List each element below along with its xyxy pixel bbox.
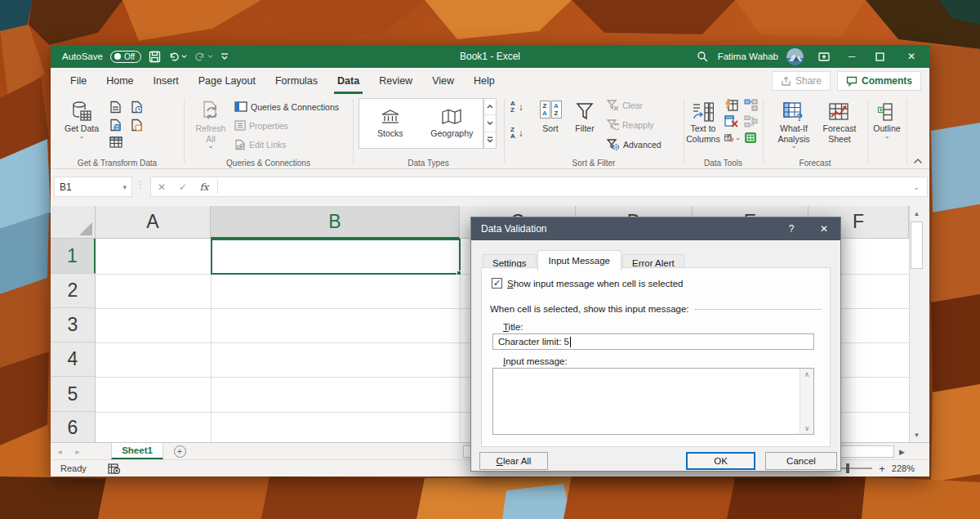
- show-input-message-checkbox[interactable]: ✓: [492, 278, 502, 289]
- filter-button[interactable]: Filter: [569, 97, 600, 134]
- sort-descending-button[interactable]: ZA ↓: [510, 127, 523, 140]
- column-header-b[interactable]: B: [211, 206, 460, 239]
- reapply-button[interactable]: Reapply: [607, 119, 654, 131]
- autosave-toggle[interactable]: Off: [110, 51, 141, 63]
- fill-handle[interactable]: [457, 271, 461, 275]
- tab-page-layout[interactable]: Page Layout: [189, 68, 265, 94]
- avatar[interactable]: [786, 48, 804, 65]
- ok-button[interactable]: OK: [686, 452, 755, 470]
- expand-formula-bar-icon[interactable]: ⌄: [906, 183, 927, 191]
- tab-review[interactable]: Review: [369, 68, 422, 94]
- macro-record-icon[interactable]: [108, 463, 121, 474]
- relationships-icon[interactable]: [744, 115, 758, 128]
- close-button[interactable]: ✕: [893, 45, 929, 68]
- row-header-4[interactable]: 4: [51, 342, 96, 377]
- tab-formulas[interactable]: Formulas: [265, 68, 327, 94]
- outline-button[interactable]: Outline ⌄: [870, 97, 904, 139]
- text-to-columns-button[interactable]: Text to Columns: [685, 97, 721, 144]
- dialog-help-icon[interactable]: ?: [775, 217, 808, 240]
- tab-file[interactable]: File: [60, 68, 96, 94]
- manage-data-model-icon[interactable]: [744, 132, 757, 144]
- vertical-scrollbar[interactable]: ▲ ▼: [909, 206, 924, 442]
- forecast-sheet-button[interactable]: Forecast Sheet: [820, 97, 859, 144]
- from-text-icon[interactable]: [109, 101, 122, 114]
- name-box[interactable]: B1 ▾: [54, 177, 132, 197]
- scroll-right-icon[interactable]: ▶: [895, 443, 909, 460]
- get-data-button[interactable]: Get Data ⌄: [62, 97, 101, 139]
- undo-icon[interactable]: [168, 51, 180, 62]
- textarea-scroll-up-icon[interactable]: ∧: [800, 370, 813, 378]
- geography-button[interactable]: Geography: [421, 99, 483, 148]
- cancel-entry-icon[interactable]: ✕: [151, 181, 172, 193]
- remove-duplicates-icon[interactable]: [724, 115, 738, 128]
- sort-button[interactable]: ZA AZ Sort: [535, 97, 566, 134]
- insert-function-icon[interactable]: fx: [194, 181, 215, 193]
- next-sheet-icon[interactable]: ▸: [69, 443, 87, 459]
- from-web-icon[interactable]: [109, 119, 122, 132]
- flash-fill-icon[interactable]: [724, 99, 738, 111]
- textarea-scrollbar[interactable]: ∧ ∨: [800, 369, 813, 434]
- row-header-2[interactable]: 2: [51, 274, 96, 308]
- consolidate-icon[interactable]: [744, 99, 758, 111]
- dialog-close-icon[interactable]: ✕: [808, 217, 840, 240]
- title-field[interactable]: Character limit: 5: [492, 333, 814, 350]
- zoom-level[interactable]: 228%: [892, 463, 915, 473]
- row-header-1[interactable]: 1: [51, 239, 96, 274]
- tab-insert[interactable]: Insert: [144, 68, 189, 94]
- advanced-filter-button[interactable]: Advanced: [607, 139, 662, 150]
- sort-ascending-button[interactable]: AZ ↓: [510, 101, 523, 114]
- zoom-slider-handle[interactable]: [846, 463, 849, 473]
- stocks-button[interactable]: Stocks: [359, 99, 421, 148]
- data-validation-button[interactable]: ⌄: [724, 132, 741, 144]
- row-header-3[interactable]: 3: [51, 308, 96, 342]
- column-header-a[interactable]: A: [96, 206, 211, 239]
- queries-connections-button[interactable]: Queries & Connections: [234, 101, 339, 112]
- user-name[interactable]: Fatima Wahab: [718, 51, 778, 61]
- select-all-corner[interactable]: [51, 206, 96, 239]
- tab-help[interactable]: Help: [464, 68, 505, 94]
- sheet-tab-sheet1[interactable]: Sheet1: [111, 443, 163, 459]
- new-sheet-button[interactable]: +: [163, 443, 196, 459]
- confirm-entry-icon[interactable]: ✓: [172, 181, 194, 193]
- gallery-down-icon[interactable]: [484, 115, 496, 132]
- gallery-more-icon[interactable]: [484, 132, 496, 148]
- from-table-icon[interactable]: [109, 136, 122, 148]
- comments-button[interactable]: Comments: [837, 71, 921, 91]
- gallery-up-icon[interactable]: [484, 99, 496, 115]
- scroll-down-icon[interactable]: ▼: [910, 427, 924, 442]
- tab-home[interactable]: Home: [96, 68, 143, 94]
- collapse-ribbon-icon[interactable]: [913, 158, 923, 164]
- scroll-up-icon[interactable]: ▲: [910, 206, 924, 221]
- cancel-button[interactable]: Cancel: [765, 452, 837, 470]
- clear-filter-button[interactable]: Clear: [607, 100, 643, 111]
- vertical-scroll-thumb[interactable]: [911, 221, 923, 269]
- properties-button[interactable]: Properties: [234, 120, 288, 131]
- ribbon-display-options-icon[interactable]: [810, 45, 838, 68]
- what-if-analysis-button[interactable]: ? What-If Analysis ⌄: [773, 97, 815, 149]
- minimize-button[interactable]: ─: [838, 45, 866, 68]
- from-database-icon[interactable]: [131, 119, 143, 132]
- save-icon[interactable]: [149, 51, 161, 63]
- undo-chevron-icon[interactable]: [181, 54, 187, 59]
- previous-sheet-icon[interactable]: ◂: [51, 443, 69, 459]
- zoom-slider[interactable]: [840, 468, 872, 469]
- row-header-6[interactable]: 6: [51, 412, 96, 442]
- row-header-5[interactable]: 5: [51, 377, 96, 412]
- tab-view[interactable]: View: [422, 68, 464, 94]
- dialog-tab-input-message[interactable]: Input Message: [537, 250, 621, 271]
- input-message-field[interactable]: ∧ ∨: [492, 368, 814, 435]
- maximize-button[interactable]: [866, 45, 893, 68]
- formula-bar-grip[interactable]: ⋮: [136, 179, 145, 190]
- quick-access-toolbar-icon[interactable]: [220, 53, 229, 60]
- tab-data[interactable]: Data: [327, 68, 369, 94]
- edit-links-button[interactable]: Edit Links: [234, 139, 287, 150]
- selected-cell-b1[interactable]: [211, 239, 461, 275]
- name-box-chevron-icon[interactable]: ▾: [122, 183, 127, 191]
- recent-sources-icon[interactable]: [131, 101, 143, 114]
- clear-all-button[interactable]: Clear All: [479, 452, 548, 470]
- textarea-scroll-down-icon[interactable]: ∨: [800, 424, 813, 432]
- share-button[interactable]: Share: [772, 71, 831, 91]
- refresh-all-button[interactable]: Refresh All ⌄: [192, 97, 229, 149]
- zoom-in-icon[interactable]: +: [879, 463, 885, 475]
- search-icon[interactable]: [688, 45, 716, 68]
